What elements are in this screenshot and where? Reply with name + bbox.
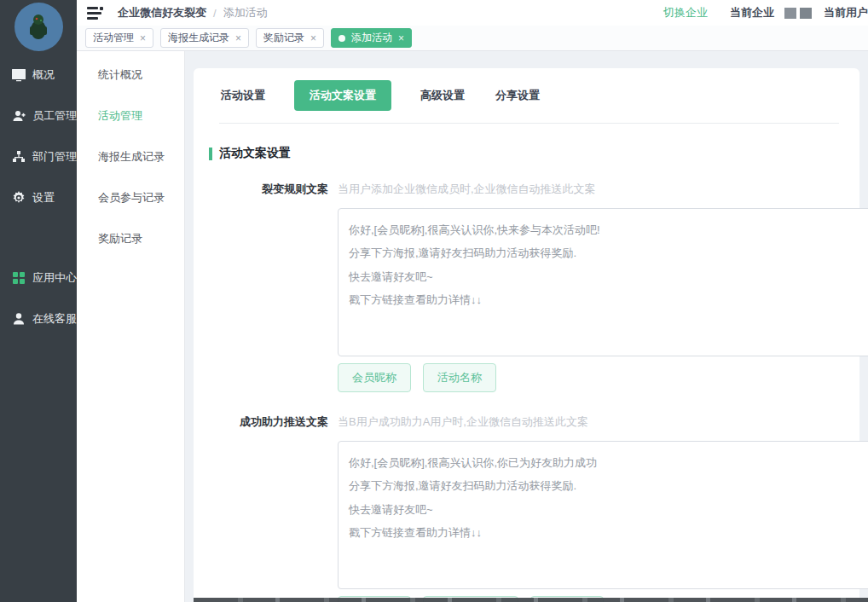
field-hint: 当用户添加企业微信成员时,企业微信自动推送此文案 xyxy=(338,180,868,197)
token-buttons: 会员昵称 活动名称 xyxy=(338,363,868,392)
tab-copy-settings[interactable]: 活动文案设置 xyxy=(294,80,391,111)
current-user-label: 当前用户 xyxy=(824,5,868,20)
department-icon xyxy=(11,150,26,165)
assist-success-copy-textarea[interactable]: 你好,[会员昵称],很高兴认识你,你已为好友助力成功 分享下方海报,邀请好友扫码… xyxy=(338,441,868,589)
app-window: 概况 员工管理 部门管理 设置 xyxy=(0,0,868,602)
subnav-item-label: 会员参与记录 xyxy=(98,190,165,205)
sidebar-item-label: 在线客服 xyxy=(32,311,77,327)
sidebar-item-label: 应用中心 xyxy=(32,270,77,286)
field-hint: 当B用户成功助力A用户时,企业微信自动推送此文案 xyxy=(338,413,868,430)
subnav-item-label: 活动管理 xyxy=(98,108,142,124)
app-center-icon xyxy=(11,271,26,286)
tab-tag-reward-records[interactable]: 奖励记录 × xyxy=(256,28,324,48)
tab-tag-label: 活动管理 xyxy=(93,31,134,45)
main-area: 活动设置 活动文案设置 高级设置 分享设置 活动文案设置 裂变规则文案 当用户添… xyxy=(185,51,868,602)
tab-activity-settings[interactable]: 活动设置 xyxy=(219,80,267,111)
settings-icon xyxy=(11,191,26,205)
active-dot-icon xyxy=(339,35,345,42)
redacted-company-block xyxy=(800,8,812,19)
field-label: 裂变规则文案 xyxy=(219,180,328,392)
employee-icon xyxy=(11,109,26,124)
insert-activity-name-button[interactable]: 活动名称 xyxy=(423,363,496,392)
tab-tag-poster-records[interactable]: 海报生成记录 × xyxy=(160,28,249,48)
sidebar-item-settings[interactable]: 设置 xyxy=(0,177,77,218)
redacted-company-block xyxy=(784,8,796,19)
field-label: 成功助力推送文案 xyxy=(219,413,328,602)
sidebar-item-label: 设置 xyxy=(32,190,55,205)
tab-advanced-settings[interactable]: 高级设置 xyxy=(419,80,466,111)
sidebar-item-employees[interactable]: 员工管理 xyxy=(0,96,77,136)
field-fission-rule-copy: 裂变规则文案 当用户添加企业微信成员时,企业微信自动推送此文案 你好,[会员昵称… xyxy=(219,180,839,392)
insert-member-nickname-button[interactable]: 会员昵称 xyxy=(338,363,411,392)
fission-rule-copy-textarea[interactable]: 你好,[会员昵称],很高兴认识你,快来参与本次活动吧! 分享下方海报,邀请好友扫… xyxy=(338,208,868,356)
close-icon[interactable]: × xyxy=(140,33,146,43)
customer-service-icon xyxy=(11,312,26,327)
subnav-item-label: 奖励记录 xyxy=(98,231,142,246)
subnav-item-member-participation[interactable]: 会员参与记录 xyxy=(77,177,184,218)
subnav-item-label: 统计概况 xyxy=(98,67,142,83)
header: 企业微信好友裂变 / 添加活动 切换企业 当前企业 当前用户 活动管理 × 海报… xyxy=(77,0,868,51)
breadcrumb-current-page: 添加活动 xyxy=(223,5,268,20)
close-icon[interactable]: × xyxy=(310,33,316,43)
tab-share-settings[interactable]: 分享设置 xyxy=(494,80,541,111)
section-title: 活动文案设置 xyxy=(219,146,291,161)
breadcrumb-bar: 企业微信好友裂变 / 添加活动 切换企业 当前企业 当前用户 xyxy=(77,0,868,26)
sidebar-item-customer-service[interactable]: 在线客服 xyxy=(0,298,77,339)
subnav-item-activity-management[interactable]: 活动管理 xyxy=(77,96,184,136)
logo[interactable] xyxy=(0,0,77,53)
section-accent-bar xyxy=(209,148,212,160)
sidebar-spacer xyxy=(0,218,77,258)
subnav-item-poster-records[interactable]: 海报生成记录 xyxy=(77,136,184,177)
secondary-sidebar: 统计概况 活动管理 海报生成记录 会员参与记录 奖励记录 xyxy=(77,51,185,602)
section-header: 活动文案设置 xyxy=(209,146,839,161)
sidebar-item-overview[interactable]: 概况 xyxy=(0,55,77,96)
tab-tag-label: 海报生成记录 xyxy=(168,31,229,45)
subnav-item-label: 海报生成记录 xyxy=(98,149,165,165)
switch-company-link[interactable]: 切换企业 xyxy=(663,5,708,20)
close-icon[interactable]: × xyxy=(398,33,404,43)
subnav-item-reward-records[interactable]: 奖励记录 xyxy=(77,218,184,259)
breadcrumb-separator: / xyxy=(213,7,217,20)
tab-tag-label: 奖励记录 xyxy=(263,31,304,45)
sidebar-item-app-center[interactable]: 应用中心 xyxy=(0,258,77,298)
close-icon[interactable]: × xyxy=(235,33,241,43)
logo-avatar xyxy=(14,3,63,51)
sidebar-item-label: 部门管理 xyxy=(32,149,77,165)
overview-icon xyxy=(11,68,26,83)
content-card: 活动设置 活动文案设置 高级设置 分享设置 活动文案设置 裂变规则文案 当用户添… xyxy=(194,68,859,602)
settings-tabs: 活动设置 活动文案设置 高级设置 分享设置 xyxy=(219,80,839,124)
tab-tag-activity-management[interactable]: 活动管理 × xyxy=(85,28,153,48)
breadcrumb-app-title: 企业微信好友裂变 xyxy=(118,5,206,20)
sidebar-item-departments[interactable]: 部门管理 xyxy=(0,136,77,177)
tab-tag-label: 添加活动 xyxy=(351,31,392,45)
current-company-label: 当前企业 xyxy=(730,5,774,20)
open-tabs-bar: 活动管理 × 海报生成记录 × 奖励记录 × 添加活动 × xyxy=(77,26,868,51)
sidebar-item-label: 概况 xyxy=(32,67,55,83)
clipped-next-row xyxy=(194,598,868,602)
primary-sidebar: 概况 员工管理 部门管理 设置 xyxy=(0,0,77,602)
sidebar-item-label: 员工管理 xyxy=(32,108,77,124)
subnav-item-statistics[interactable]: 统计概况 xyxy=(77,55,184,96)
tab-tag-add-activity[interactable]: 添加活动 × xyxy=(331,28,412,48)
collapse-menu-icon[interactable] xyxy=(87,6,104,20)
logo-mascot-icon xyxy=(21,9,55,43)
primary-menu: 概况 员工管理 部门管理 设置 xyxy=(0,55,77,339)
field-assist-success-copy: 成功助力推送文案 当B用户成功助力A用户时,企业微信自动推送此文案 你好,[会员… xyxy=(219,413,839,602)
